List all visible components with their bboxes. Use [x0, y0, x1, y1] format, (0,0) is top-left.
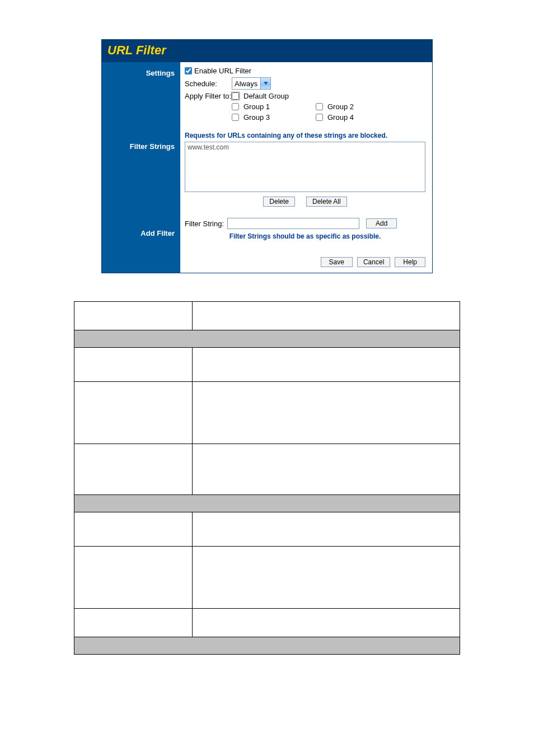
table-row [74, 382, 460, 444]
side-label-settings: Settings [102, 69, 177, 77]
table-cell [193, 512, 460, 547]
table-cell [74, 637, 460, 655]
table-cell [74, 348, 193, 382]
url-filter-panel: URL Filter Settings Filter Strings Add F… [101, 39, 433, 273]
default-group-checkbox[interactable] [232, 92, 239, 100]
side-column: Settings Filter Strings Add Filter [102, 62, 180, 273]
add-button[interactable]: Add [366, 218, 397, 228]
group1-label: Group 1 [243, 102, 270, 111]
table-cell [193, 547, 460, 609]
table-cell [74, 302, 193, 330]
group1-checkbox[interactable] [232, 103, 239, 110]
table-cell [74, 495, 460, 512]
group2-label: Group 2 [327, 102, 354, 111]
table-row [74, 495, 460, 512]
help-button[interactable]: Help [395, 257, 425, 267]
table-cell [193, 348, 460, 382]
group2-checkbox[interactable] [316, 103, 323, 110]
table-row [74, 302, 460, 330]
table-row [74, 512, 460, 547]
filter-string-item[interactable]: www.test.com [188, 143, 423, 151]
table-row [74, 547, 460, 609]
table-cell [74, 609, 193, 637]
default-group-label: Default Group [243, 92, 289, 100]
table-row [74, 330, 460, 348]
table-row [74, 609, 460, 637]
table-cell [193, 302, 460, 330]
table-cell [74, 512, 193, 547]
filter-string-label: Filter String: [185, 220, 224, 228]
table-cell [74, 444, 193, 495]
group4-label: Group 4 [327, 113, 354, 122]
group3-label: Group 3 [243, 113, 270, 122]
side-label-filter-strings: Filter Strings [102, 142, 177, 151]
group4-checkbox[interactable] [316, 114, 323, 121]
schedule-select[interactable]: Always [232, 77, 271, 90]
schedule-label: Schedule: [185, 80, 232, 88]
group3-checkbox[interactable] [232, 114, 239, 121]
table-row [74, 637, 460, 655]
table-row [74, 348, 460, 382]
table-row [74, 444, 460, 495]
filter-strings-note: Requests for URLs containing any of thes… [185, 132, 428, 139]
table-cell [74, 330, 460, 348]
filter-string-hint: Filter Strings should be as specific as … [185, 232, 425, 240]
filter-string-input[interactable] [227, 218, 359, 229]
table-cell [193, 609, 460, 637]
enable-url-filter-label: Enable URL Filter [194, 67, 251, 75]
panel-title: URL Filter [102, 40, 432, 62]
spec-table [74, 301, 460, 655]
table-cell [74, 382, 193, 444]
table-cell [193, 444, 460, 495]
delete-button[interactable]: Delete [263, 197, 295, 207]
cancel-button[interactable]: Cancel [357, 257, 390, 267]
main-column: Enable URL Filter Schedule: Always Apply [180, 62, 432, 273]
table-cell [74, 547, 193, 609]
enable-url-filter-checkbox[interactable] [185, 67, 192, 74]
table-cell [193, 382, 460, 444]
filter-strings-listbox[interactable]: www.test.com [185, 142, 425, 192]
apply-filter-to-label: Apply Filter to: [185, 92, 232, 100]
save-button[interactable]: Save [321, 257, 353, 267]
side-label-add-filter: Add Filter [102, 229, 177, 237]
delete-all-button[interactable]: Delete All [306, 197, 347, 207]
